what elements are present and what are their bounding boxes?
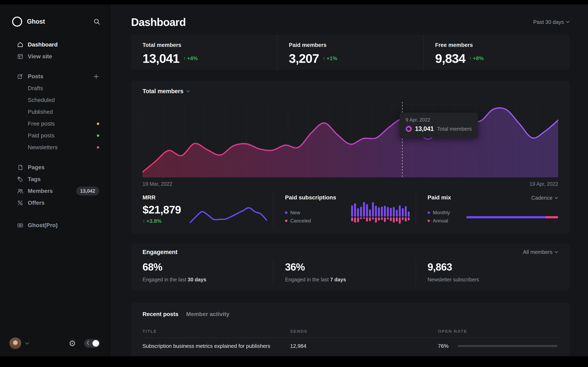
engagement-30d: 68% Engaged in the last 30 days [143, 259, 273, 285]
home-icon [17, 42, 23, 48]
stat-total-members: Total members 13,041 ↑+4% [131, 35, 277, 70]
letterbox-top [0, 0, 588, 4]
stat-label: Free members [435, 42, 570, 48]
annual-segment [545, 216, 558, 218]
monthly-segment [466, 216, 545, 218]
brand-title: Ghost [27, 18, 45, 25]
sidebar-item-dashboard[interactable]: Dashboard [0, 39, 112, 50]
sidebar-item-label: Scheduled [28, 97, 55, 103]
mrr-label: MRR [143, 194, 273, 201]
search-icon[interactable] [94, 18, 100, 25]
paid-subscriptions-panel: Paid subscriptions New Canceled [273, 192, 416, 227]
gear-icon[interactable]: ⚙ [69, 339, 76, 347]
stat-delta: +4% [187, 55, 198, 62]
tooltip-value: 13,041 [415, 125, 434, 133]
sidebar-footer: ⚙ ☾ [9, 337, 100, 349]
chevron-down-icon[interactable] [25, 342, 29, 345]
letterbox-bottom [0, 356, 588, 367]
table-row[interactable]: How to create a valuable offer that conv… [143, 354, 561, 356]
sidebar-item-label: Newsletters [28, 144, 58, 151]
stat-value: 13,041 [143, 51, 180, 66]
sidebar-item-label: Dashboard [28, 42, 58, 48]
legend-monthly-dot-icon [428, 211, 430, 214]
engagement-caption: Engaged in the last [143, 277, 188, 282]
legend-label: Canceled [290, 218, 311, 224]
browser-window-icon [17, 53, 23, 59]
trend-up-icon: ↑ [183, 55, 186, 62]
sidebar-item-label: Tags [28, 176, 41, 183]
date-range-label: Past 30 days [533, 19, 564, 25]
stats-card: Total members 13,041 ↑+4% Paid members 3… [131, 35, 570, 70]
sidebar-item-paid-posts[interactable]: Paid posts [0, 130, 112, 142]
sidebar-item-tags[interactable]: Tags [0, 173, 112, 185]
chart-title: Total members [143, 88, 183, 95]
sidebar-item-published[interactable]: Published [0, 106, 112, 118]
legend-canceled-dot-icon [285, 220, 287, 222]
edit-post-icon [17, 73, 23, 80]
ghost-pro-card-icon [17, 222, 23, 228]
engagement-value: 68% [143, 261, 273, 273]
stat-free-members: Free members 9,834 ↑+8% [423, 35, 570, 70]
sidebar-item-pages[interactable]: Pages [0, 161, 112, 173]
paid-subscriptions-title: Paid subscriptions [285, 194, 416, 201]
column-header-sends: SENDS [290, 329, 438, 334]
stat-value: 9,834 [435, 51, 465, 66]
engagement-value: 9,863 [428, 261, 558, 273]
sidebar-item-label: Ghost(Pro) [28, 222, 58, 229]
legend-label: Annual [433, 218, 448, 224]
sidebar-item-newsletters[interactable]: Newsletters [0, 142, 112, 153]
trend-up-icon: ↑ [323, 55, 325, 62]
chevron-down-icon [186, 90, 190, 92]
sidebar-item-offers[interactable]: Offers [0, 197, 112, 209]
audience-select[interactable]: All members [523, 249, 558, 255]
table-row[interactable]: Subscription business metrics explained … [143, 338, 561, 354]
sidebar-item-free-posts[interactable]: Free posts [0, 118, 112, 130]
sidebar-item-scheduled[interactable]: Scheduled [0, 94, 112, 106]
tag-icon [17, 176, 23, 182]
engagement-title: Engagement [143, 249, 177, 256]
tab-recent-posts[interactable]: Recent posts [143, 311, 178, 317]
site-logo[interactable] [11, 16, 23, 27]
audience-label: All members [523, 249, 553, 255]
chart-end-date: 19 Apr, 2022 [530, 181, 558, 187]
trend-up-icon: ↑ [143, 218, 145, 224]
new-post-icon[interactable] [93, 73, 99, 80]
sidebar-item-drafts[interactable]: Drafts [0, 82, 112, 94]
engagement-7d: 36% Engaged in the last 7 days [273, 259, 416, 285]
tooltip-label: Total members [437, 126, 472, 132]
legend-label: Monthly [433, 210, 450, 216]
cadence-label: Cadence [531, 195, 553, 201]
cadence-select[interactable]: Cadence [531, 195, 558, 201]
sidebar-item-members[interactable]: Members 13,042 [0, 185, 112, 197]
chart-start-date: 19 Mar, 2022 [143, 181, 172, 187]
chart-metric-select[interactable]: Total members [143, 88, 558, 95]
mrr-delta: +3.8% [146, 218, 162, 224]
sidebar: Ghost Dashboard [0, 4, 112, 356]
sidebar-item-posts[interactable]: Posts [0, 71, 112, 82]
members-chart-card: Total members 9 Apr, 2022 13,041 Total m… [131, 81, 570, 234]
stat-label: Paid members [289, 42, 424, 48]
tab-member-activity[interactable]: Member activity [186, 311, 229, 317]
recent-posts-card: Recent posts Member activity TITLE SENDS… [131, 303, 570, 356]
legend-annual-dot-icon [428, 220, 430, 222]
engagement-caption-bold: 7 days [330, 277, 346, 282]
page-icon [17, 164, 23, 170]
members-area-chart[interactable]: 9 Apr, 2022 13,041 Total members [143, 102, 558, 177]
avatar[interactable] [9, 337, 21, 349]
sidebar-item-label: Paid posts [28, 132, 54, 139]
sidebar-item-view-site[interactable]: View site [0, 50, 112, 62]
post-title: Subscription business metrics explained … [143, 343, 290, 349]
sidebar-item-ghost-pro[interactable]: Ghost(Pro) [0, 219, 112, 231]
paid-mix-stacked-bar [466, 216, 558, 218]
sidebar-item-label: Pages [28, 164, 45, 171]
members-count-badge: 13,042 [76, 187, 99, 196]
legend-label: New [290, 210, 300, 216]
engagement-card: Engagement All members 68% Engaged in th… [131, 243, 570, 290]
newsletter-subscribers: 9,863 Newsletter subscribers [416, 259, 558, 285]
paid-subscriptions-bar-chart [351, 202, 410, 226]
post-sends: 12,984 [290, 343, 438, 349]
engagement-caption-bold: 30 days [188, 277, 207, 282]
date-range-select[interactable]: Past 30 days [533, 19, 570, 25]
dark-mode-toggle[interactable]: ☾ [84, 339, 100, 348]
sidebar-item-label: Members [28, 188, 53, 194]
